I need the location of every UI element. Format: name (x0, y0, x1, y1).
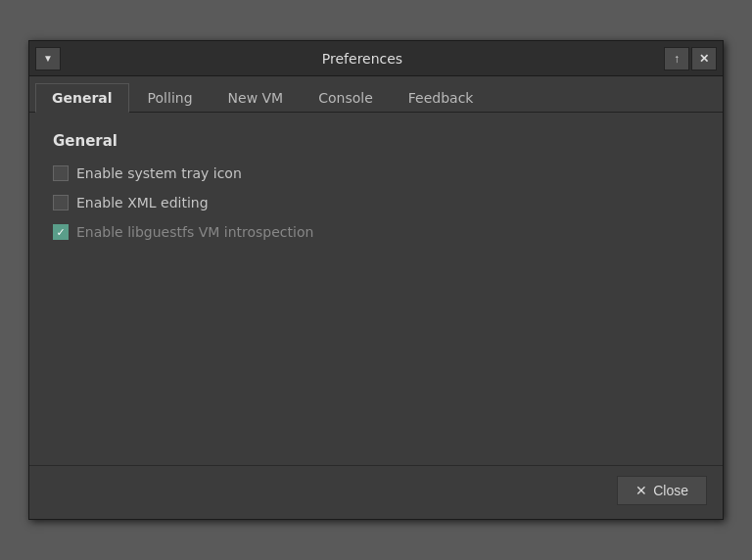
checkbox-tray-label: Enable system tray icon (76, 165, 242, 181)
checkbox-libguestfs-label: Enable libguestfs VM introspection (76, 224, 313, 240)
close-window-button[interactable]: ✕ (691, 47, 717, 70)
checkbox-row-tray: Enable system tray icon (53, 165, 699, 181)
tabs-bar: General Polling New VM Console Feedback (29, 76, 723, 113)
preferences-dialog: ▼ Preferences ↑ ✕ General Polling New VM… (28, 40, 724, 520)
section-title: General (53, 132, 699, 150)
footer: ✕ Close (29, 465, 723, 519)
tab-feedback[interactable]: Feedback (392, 83, 491, 113)
tab-general[interactable]: General (35, 83, 129, 113)
titlebar: ▼ Preferences ↑ ✕ (29, 41, 723, 76)
checkbox-row-xml: Enable XML editing (53, 195, 699, 210)
checkbox-tray[interactable] (53, 165, 69, 181)
checkbox-xml[interactable] (53, 195, 69, 210)
checkbox-xml-label: Enable XML editing (76, 195, 209, 210)
content-area: General Enable system tray icon Enable X… (29, 113, 723, 465)
maximize-button[interactable]: ↑ (664, 47, 689, 70)
menu-button[interactable]: ▼ (35, 47, 61, 70)
close-label: Close (653, 483, 688, 498)
close-button[interactable]: ✕ Close (617, 476, 707, 505)
tab-console[interactable]: Console (302, 83, 390, 113)
dialog-title: Preferences (61, 51, 664, 67)
close-icon: ✕ (635, 483, 647, 498)
titlebar-actions: ↑ ✕ (664, 47, 717, 70)
tab-polling[interactable]: Polling (131, 83, 210, 113)
tab-newvm[interactable]: New VM (212, 83, 301, 113)
checkbox-row-libguestfs: Enable libguestfs VM introspection (53, 224, 699, 240)
checkbox-libguestfs[interactable] (53, 224, 69, 240)
